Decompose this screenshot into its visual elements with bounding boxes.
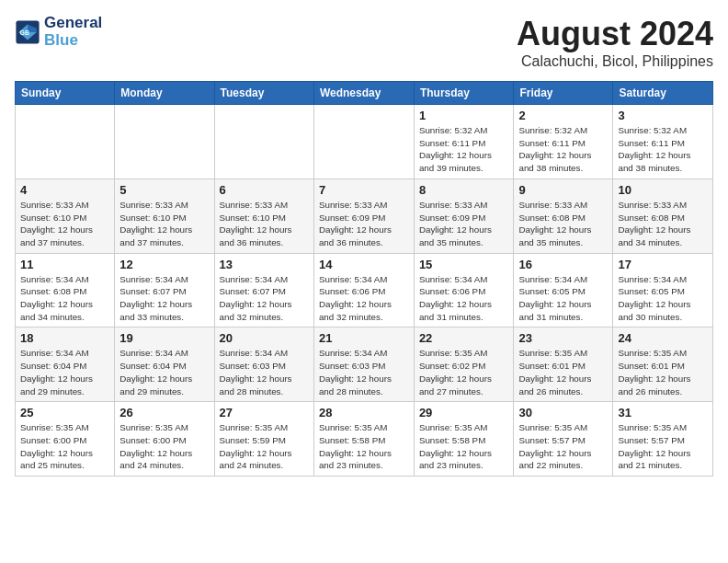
week-row-2: 4Sunrise: 5:33 AM Sunset: 6:10 PM Daylig… <box>16 178 713 253</box>
day-info: Sunrise: 5:33 AM Sunset: 6:10 PM Dayligh… <box>220 199 309 249</box>
day-info: Sunrise: 5:35 AM Sunset: 6:02 PM Dayligh… <box>419 347 509 397</box>
day-number: 20 <box>220 331 309 345</box>
header-cell-friday: Friday <box>514 82 613 105</box>
day-cell <box>16 105 115 179</box>
day-info: Sunrise: 5:35 AM Sunset: 5:58 PM Dayligh… <box>419 421 509 472</box>
day-cell: 25Sunrise: 5:35 AM Sunset: 6:00 PM Dayli… <box>16 402 115 477</box>
day-cell: 19Sunrise: 5:34 AM Sunset: 6:04 PM Dayli… <box>115 327 214 402</box>
logo: GB General Blue <box>15 15 102 49</box>
day-cell: 9Sunrise: 5:33 AM Sunset: 6:08 PM Daylig… <box>514 178 613 253</box>
day-cell: 17Sunrise: 5:34 AM Sunset: 6:05 PM Dayli… <box>613 253 713 327</box>
day-info: Sunrise: 5:35 AM Sunset: 6:00 PM Dayligh… <box>119 421 209 472</box>
page-header: GB General Blue August 2024 Calachuchi, … <box>15 15 713 70</box>
day-info: Sunrise: 5:35 AM Sunset: 5:58 PM Dayligh… <box>319 421 409 472</box>
day-number: 23 <box>518 331 608 345</box>
week-row-1: 1Sunrise: 5:32 AM Sunset: 6:11 PM Daylig… <box>16 105 713 179</box>
day-cell: 2Sunrise: 5:32 AM Sunset: 6:11 PM Daylig… <box>514 105 613 179</box>
day-number: 24 <box>618 331 708 345</box>
location-title: Calachuchi, Bicol, Philippines <box>517 53 713 70</box>
day-number: 2 <box>518 109 608 122</box>
day-info: Sunrise: 5:35 AM Sunset: 5:59 PM Dayligh… <box>220 421 309 472</box>
day-cell: 3Sunrise: 5:32 AM Sunset: 6:11 PM Daylig… <box>613 105 713 179</box>
calendar-header: SundayMondayTuesdayWednesdayThursdayFrid… <box>16 82 713 105</box>
header-cell-monday: Monday <box>115 82 214 105</box>
day-cell: 21Sunrise: 5:34 AM Sunset: 6:03 PM Dayli… <box>313 327 414 402</box>
day-number: 27 <box>220 406 309 419</box>
day-cell: 6Sunrise: 5:33 AM Sunset: 6:10 PM Daylig… <box>214 178 313 253</box>
day-cell: 10Sunrise: 5:33 AM Sunset: 6:08 PM Dayli… <box>613 178 713 253</box>
day-number: 4 <box>20 183 109 197</box>
day-number: 14 <box>319 258 409 271</box>
day-number: 3 <box>618 109 708 122</box>
day-cell: 11Sunrise: 5:34 AM Sunset: 6:08 PM Dayli… <box>16 253 115 327</box>
day-number: 12 <box>119 258 209 271</box>
day-cell: 12Sunrise: 5:34 AM Sunset: 6:07 PM Dayli… <box>115 253 214 327</box>
day-cell: 13Sunrise: 5:34 AM Sunset: 6:07 PM Dayli… <box>214 253 313 327</box>
day-number: 8 <box>419 183 509 197</box>
day-info: Sunrise: 5:34 AM Sunset: 6:05 PM Dayligh… <box>518 273 608 324</box>
day-cell: 24Sunrise: 5:35 AM Sunset: 6:01 PM Dayli… <box>613 327 713 402</box>
svg-text:GB: GB <box>20 29 29 35</box>
day-cell <box>214 105 313 179</box>
header-cell-saturday: Saturday <box>613 82 713 105</box>
day-number: 9 <box>518 183 608 197</box>
day-cell: 14Sunrise: 5:34 AM Sunset: 6:06 PM Dayli… <box>313 253 414 327</box>
month-year-title: August 2024 <box>517 15 713 53</box>
day-info: Sunrise: 5:32 AM Sunset: 6:11 PM Dayligh… <box>618 124 708 175</box>
day-info: Sunrise: 5:35 AM Sunset: 6:01 PM Dayligh… <box>518 347 608 397</box>
day-cell: 15Sunrise: 5:34 AM Sunset: 6:06 PM Dayli… <box>414 253 514 327</box>
header-row: SundayMondayTuesdayWednesdayThursdayFrid… <box>16 82 713 105</box>
day-info: Sunrise: 5:33 AM Sunset: 6:10 PM Dayligh… <box>20 199 109 249</box>
day-number: 21 <box>319 331 409 345</box>
day-cell: 27Sunrise: 5:35 AM Sunset: 5:59 PM Dayli… <box>214 402 313 477</box>
day-cell <box>115 105 214 179</box>
day-info: Sunrise: 5:34 AM Sunset: 6:05 PM Dayligh… <box>618 273 708 324</box>
day-info: Sunrise: 5:33 AM Sunset: 6:10 PM Dayligh… <box>119 199 209 249</box>
day-number: 28 <box>319 406 409 419</box>
day-cell: 31Sunrise: 5:35 AM Sunset: 5:57 PM Dayli… <box>613 402 713 477</box>
day-number: 18 <box>20 331 109 345</box>
day-cell: 26Sunrise: 5:35 AM Sunset: 6:00 PM Dayli… <box>115 402 214 477</box>
day-number: 1 <box>419 109 509 122</box>
logo-text: General Blue <box>44 15 102 49</box>
day-info: Sunrise: 5:35 AM Sunset: 5:57 PM Dayligh… <box>518 421 608 472</box>
day-info: Sunrise: 5:35 AM Sunset: 5:57 PM Dayligh… <box>618 421 708 472</box>
week-row-5: 25Sunrise: 5:35 AM Sunset: 6:00 PM Dayli… <box>16 402 713 477</box>
day-info: Sunrise: 5:32 AM Sunset: 6:11 PM Dayligh… <box>419 124 509 175</box>
day-info: Sunrise: 5:34 AM Sunset: 6:04 PM Dayligh… <box>20 347 109 397</box>
day-cell: 28Sunrise: 5:35 AM Sunset: 5:58 PM Dayli… <box>313 402 414 477</box>
day-number: 7 <box>319 183 409 197</box>
header-cell-wednesday: Wednesday <box>313 82 414 105</box>
day-info: Sunrise: 5:33 AM Sunset: 6:08 PM Dayligh… <box>618 199 708 249</box>
day-number: 22 <box>419 331 509 345</box>
day-number: 6 <box>220 183 309 197</box>
day-cell: 8Sunrise: 5:33 AM Sunset: 6:09 PM Daylig… <box>414 178 514 253</box>
day-info: Sunrise: 5:33 AM Sunset: 6:08 PM Dayligh… <box>518 199 608 249</box>
day-info: Sunrise: 5:35 AM Sunset: 6:00 PM Dayligh… <box>20 421 109 472</box>
day-number: 26 <box>119 406 209 419</box>
day-cell: 30Sunrise: 5:35 AM Sunset: 5:57 PM Dayli… <box>514 402 613 477</box>
day-cell: 20Sunrise: 5:34 AM Sunset: 6:03 PM Dayli… <box>214 327 313 402</box>
day-cell: 1Sunrise: 5:32 AM Sunset: 6:11 PM Daylig… <box>414 105 514 179</box>
calendar-body: 1Sunrise: 5:32 AM Sunset: 6:11 PM Daylig… <box>16 105 713 477</box>
day-info: Sunrise: 5:34 AM Sunset: 6:04 PM Dayligh… <box>119 347 209 397</box>
header-cell-sunday: Sunday <box>16 82 115 105</box>
day-info: Sunrise: 5:34 AM Sunset: 6:06 PM Dayligh… <box>419 273 509 324</box>
week-row-3: 11Sunrise: 5:34 AM Sunset: 6:08 PM Dayli… <box>16 253 713 327</box>
day-number: 16 <box>518 258 608 271</box>
day-cell: 5Sunrise: 5:33 AM Sunset: 6:10 PM Daylig… <box>115 178 214 253</box>
day-info: Sunrise: 5:32 AM Sunset: 6:11 PM Dayligh… <box>518 124 608 175</box>
day-cell: 23Sunrise: 5:35 AM Sunset: 6:01 PM Dayli… <box>514 327 613 402</box>
day-number: 25 <box>20 406 109 419</box>
day-number: 17 <box>618 258 708 271</box>
day-info: Sunrise: 5:34 AM Sunset: 6:07 PM Dayligh… <box>220 273 309 324</box>
day-number: 5 <box>119 183 209 197</box>
day-number: 30 <box>518 406 608 419</box>
day-info: Sunrise: 5:34 AM Sunset: 6:03 PM Dayligh… <box>220 347 309 397</box>
day-number: 19 <box>119 331 209 345</box>
logo-icon: GB <box>15 19 40 45</box>
day-cell <box>313 105 414 179</box>
title-block: August 2024 Calachuchi, Bicol, Philippin… <box>517 15 713 70</box>
day-cell: 22Sunrise: 5:35 AM Sunset: 6:02 PM Dayli… <box>414 327 514 402</box>
day-number: 13 <box>220 258 309 271</box>
